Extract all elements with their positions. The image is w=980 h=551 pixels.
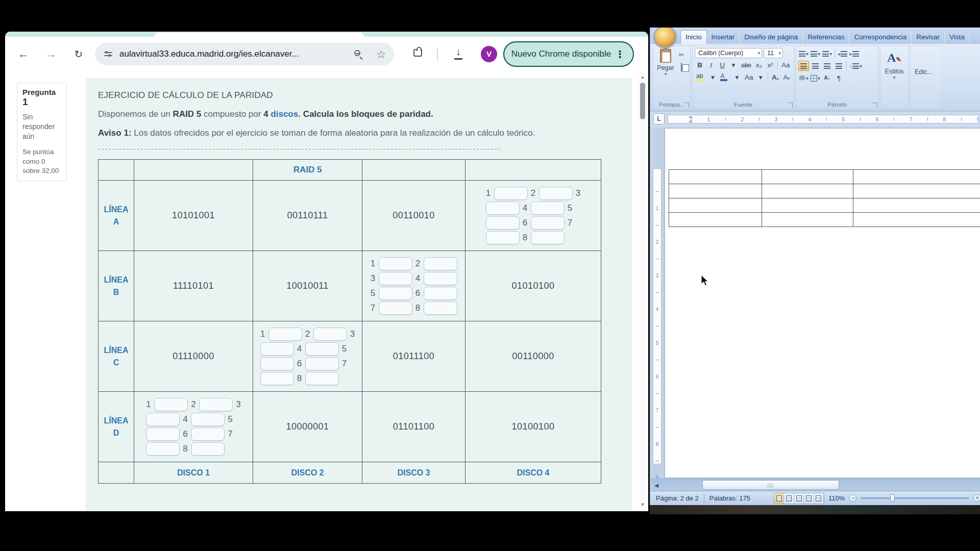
change-case-button[interactable]: Aa [743, 72, 754, 83]
align-left-button[interactable] [798, 61, 809, 71]
zoom-in-button[interactable]: + [973, 494, 980, 502]
site-info-icon[interactable] [104, 51, 112, 58]
downloads-icon[interactable]: ↓ [452, 46, 464, 60]
decrease-indent-button[interactable]: ◂ [837, 48, 848, 59]
zoom-out-button[interactable]: − [849, 494, 856, 502]
parity-input[interactable] [424, 272, 457, 285]
clipboard-dialog-launcher-icon[interactable] [684, 103, 689, 107]
document-table[interactable] [669, 169, 980, 227]
parity-input[interactable] [305, 342, 339, 356]
document-table-cell[interactable] [762, 213, 853, 227]
parity-input[interactable] [486, 216, 520, 230]
parity-input[interactable] [379, 272, 412, 285]
chrome-update-button[interactable]: Nuevo Chrome disponible ⋮ [503, 41, 634, 67]
parity-input[interactable] [531, 202, 565, 215]
editing-group[interactable]: Edic... [910, 45, 941, 109]
paragraph-dialog-launcher-icon[interactable] [872, 103, 877, 107]
styles-group[interactable]: A✎ Estilos ▾ [880, 45, 909, 109]
print-layout-view-button[interactable] [774, 493, 784, 504]
hscroll-thumb[interactable] [702, 480, 839, 490]
highlight-dropdown-icon[interactable]: ▾ [707, 72, 718, 83]
horizontal-scrollbar[interactable]: ◀ [651, 479, 980, 491]
copy-button[interactable] [676, 62, 687, 72]
borders-button[interactable]: ▾ [810, 73, 821, 83]
parity-input[interactable] [268, 328, 302, 341]
browser-tab-strip[interactable] [5, 32, 648, 37]
bold-button[interactable]: B [695, 60, 705, 70]
parity-input[interactable] [486, 231, 520, 244]
parity-input[interactable] [531, 216, 565, 230]
ribbon-tab-insertar[interactable]: Insertar [707, 31, 740, 44]
parity-input[interactable] [260, 372, 294, 385]
document-table-cell[interactable] [853, 184, 980, 198]
styles-dropdown-icon[interactable]: ▾ [883, 75, 906, 80]
underline-dropdown-icon[interactable]: ▾ [728, 60, 739, 70]
parity-input[interactable] [146, 413, 180, 426]
parity-input[interactable] [260, 342, 294, 356]
document-table-cell[interactable] [853, 213, 980, 227]
page-scrollbar[interactable]: ▲ ▼ [639, 71, 646, 511]
document-table-cell[interactable] [669, 213, 762, 227]
tab-selector-button[interactable]: L [653, 113, 665, 124]
sort-button[interactable]: A↓ [822, 73, 832, 83]
document-table-cell[interactable] [762, 198, 853, 213]
profile-avatar[interactable]: V [481, 46, 497, 62]
numbering-button[interactable]: ▾ [810, 48, 821, 59]
document-table-cell[interactable] [853, 198, 980, 213]
parity-input[interactable] [260, 357, 294, 370]
font-color-dropdown-icon[interactable]: ▾ [732, 72, 742, 83]
back-icon[interactable]: ← [15, 46, 32, 62]
parity-input[interactable] [191, 442, 225, 456]
ribbon-tab-dise-o-de-p-gina[interactable]: Diseño de página [740, 31, 803, 44]
ribbon-tab-revisar[interactable]: Revisar [912, 31, 945, 44]
italic-button[interactable]: I [706, 60, 716, 70]
vertical-ruler[interactable]: 123456789 [653, 128, 662, 479]
parity-input[interactable] [191, 413, 225, 426]
parity-input[interactable] [379, 287, 412, 300]
web-layout-view-button[interactable] [794, 493, 804, 504]
parity-input[interactable] [379, 257, 412, 270]
url-text[interactable]: aulavirtual33.educa.madrid.org/ies.elcan… [119, 49, 354, 59]
document-table-cell[interactable] [669, 184, 762, 198]
bullets-button[interactable]: ▾ [798, 48, 809, 59]
parity-input[interactable] [531, 231, 565, 244]
parity-input[interactable] [313, 328, 347, 341]
draft-view-button[interactable] [814, 493, 824, 504]
shrink-font-button[interactable]: A▾ [781, 72, 792, 83]
scroll-up-icon[interactable]: ▲ [639, 74, 646, 80]
increase-indent-button[interactable]: ▸ [849, 48, 860, 59]
document-table-cell[interactable] [669, 170, 762, 184]
justify-button[interactable] [834, 61, 844, 71]
ribbon-tab-inicio[interactable]: Inicio [680, 30, 707, 44]
grow-font-button[interactable]: A▴ [770, 72, 780, 83]
ribbon-tab-correspondencia[interactable]: Correspondencia [849, 31, 912, 44]
parity-input[interactable] [154, 398, 188, 411]
document-page[interactable] [665, 129, 980, 478]
zoom-slider-thumb[interactable] [890, 494, 895, 502]
parity-input[interactable] [486, 202, 520, 215]
document-table-cell[interactable] [669, 198, 762, 213]
document-table-cell[interactable] [853, 170, 980, 184]
outline-view-button[interactable] [804, 493, 814, 504]
font-dialog-launcher-icon[interactable] [788, 103, 793, 107]
parity-input[interactable] [146, 428, 180, 441]
paste-dropdown-icon[interactable]: ▾ [655, 71, 676, 77]
font-name-select[interactable]: Calibri (Cuerpo)▾ [695, 48, 762, 58]
address-bar[interactable]: aulavirtual33.educa.madrid.org/ies.elcan… [95, 43, 394, 65]
parity-input[interactable] [379, 302, 412, 315]
parity-input[interactable] [305, 372, 339, 385]
underline-button[interactable]: U [717, 60, 727, 70]
text-highlight-button[interactable]: ab [695, 72, 706, 83]
browser-menu-icon[interactable]: ⋮ [615, 48, 625, 60]
clear-formatting-button[interactable]: Aa [780, 60, 792, 70]
line-spacing-button[interactable]: ↕▾ [849, 61, 863, 71]
paste-button[interactable]: Pegar ▾ [655, 48, 676, 100]
subscript-button[interactable]: x₂ [754, 60, 764, 70]
parity-input[interactable] [424, 287, 457, 300]
ribbon-tab-referencias[interactable]: Referencias [803, 31, 849, 44]
word-count[interactable]: Palabras: 175 [704, 494, 755, 502]
cut-button[interactable]: ✂ [676, 49, 687, 60]
ribbon-tab-vista[interactable]: Vista [945, 31, 970, 44]
strikethrough-button[interactable]: abe [740, 60, 753, 70]
font-size-select[interactable]: 11▾ [764, 48, 783, 58]
